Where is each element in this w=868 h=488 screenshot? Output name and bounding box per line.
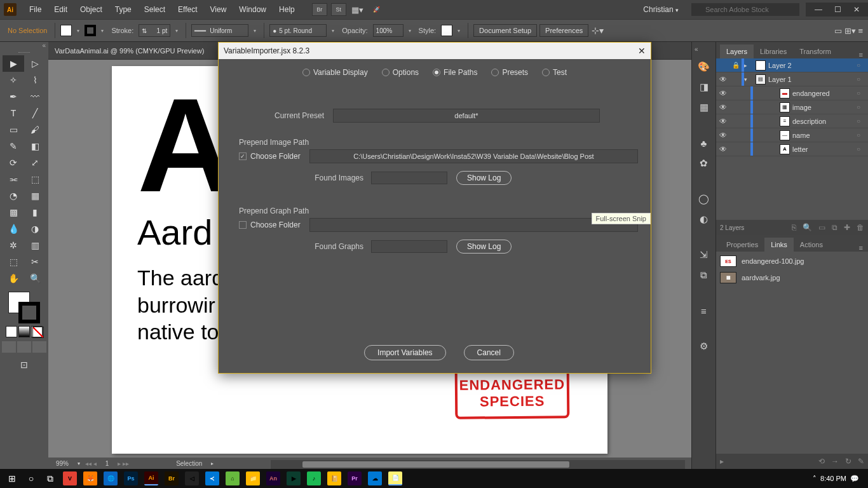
taskbar-unity[interactable]: ◁ bbox=[185, 471, 199, 485]
curvature-tool[interactable]: 〰 bbox=[24, 88, 46, 105]
pen-tool[interactable]: ✒ bbox=[3, 88, 24, 105]
stroke-swatch[interactable] bbox=[85, 25, 96, 36]
dialog-titlebar[interactable]: VariableImporter.jsx 8.2.3 ✕ bbox=[219, 43, 651, 59]
menu-object[interactable]: Object bbox=[74, 5, 109, 14]
tray-up-icon[interactable]: ˄ bbox=[813, 475, 817, 483]
collapse-icon[interactable]: ▾ bbox=[744, 76, 753, 83]
mesh-tool[interactable]: ▩ bbox=[3, 204, 24, 220]
draw-mode-icons[interactable] bbox=[1, 341, 47, 353]
shaper-tool[interactable]: ✎ bbox=[3, 138, 24, 154]
expand-icon[interactable]: ▸ bbox=[744, 62, 753, 69]
eraser-tool[interactable]: ◧ bbox=[24, 138, 46, 154]
layer-row[interactable]: 👁 ▾ ▤ Layer 1 ○ bbox=[716, 72, 868, 86]
user-menu[interactable]: Christian ▾ bbox=[637, 5, 685, 14]
direct-select-tool[interactable]: ▷ bbox=[24, 55, 46, 72]
artboard-nav[interactable]: 1 bbox=[102, 460, 113, 467]
preferences-button[interactable]: Preferences bbox=[539, 24, 588, 37]
taskbar-vscode[interactable]: ≺ bbox=[205, 471, 219, 485]
taskbar-app[interactable]: ☁ bbox=[368, 471, 382, 485]
choose-folder-checkbox-img[interactable] bbox=[239, 152, 247, 160]
width-tool[interactable]: ⫘ bbox=[3, 171, 24, 187]
bridge-icon[interactable]: Br bbox=[312, 3, 327, 16]
color-mode-icons[interactable] bbox=[5, 326, 43, 337]
line-tool[interactable]: ╱ bbox=[24, 105, 46, 121]
stroke-dd[interactable]: ▾ bbox=[98, 25, 106, 36]
radio-variable-display[interactable]: Variable Display bbox=[302, 68, 368, 77]
panel-toggle-icon[interactable]: ▭ ⊞▾ ≡ bbox=[834, 26, 863, 36]
color-panel-icon[interactable]: 🎨 bbox=[695, 58, 713, 76]
preset-field[interactable]: default* bbox=[333, 109, 600, 123]
asset-export-icon[interactable]: ⇲ bbox=[695, 246, 713, 264]
update-link-icon[interactable]: ↻ bbox=[845, 457, 851, 466]
radio-presets[interactable]: Presets bbox=[491, 68, 528, 77]
taskbar-spotify[interactable]: ♪ bbox=[307, 471, 321, 485]
tab-properties[interactable]: Properties bbox=[720, 238, 764, 252]
link-item[interactable]: ▩ aardvark.jpg bbox=[716, 269, 868, 286]
taskbar-notepad[interactable]: 📄 bbox=[388, 471, 402, 485]
task-view-icon[interactable]: ⧉ bbox=[41, 469, 60, 488]
window-restore-icon[interactable]: ☐ bbox=[829, 3, 846, 17]
css-panel-icon[interactable]: ⚙ bbox=[695, 337, 713, 355]
target-icon[interactable]: ○ bbox=[857, 90, 868, 97]
taskbar-premiere[interactable]: Pr bbox=[348, 471, 362, 485]
clock[interactable]: 8:40 PM bbox=[820, 475, 846, 482]
tab-links[interactable]: Links bbox=[764, 238, 794, 252]
edit-original-icon[interactable]: ✎ bbox=[858, 457, 864, 466]
brush-tool[interactable]: 🖌 bbox=[24, 121, 46, 138]
fill-dd[interactable]: ▾ bbox=[74, 25, 82, 36]
align-icon[interactable]: ⊹▾ bbox=[591, 25, 604, 36]
gpu-icon[interactable]: 🚀 bbox=[369, 3, 384, 16]
artboards-panel-icon[interactable]: ⧉ bbox=[695, 266, 713, 284]
image-path-field[interactable]: C:\Users\Christian\DesignWork\Insta52\W3… bbox=[309, 149, 638, 163]
taskbar-explorer[interactable]: 📁 bbox=[246, 471, 260, 485]
radio-options[interactable]: Options bbox=[382, 68, 419, 77]
type-tool[interactable]: T bbox=[3, 105, 24, 121]
show-log-button-graph[interactable]: Show Log bbox=[456, 240, 512, 254]
target-icon[interactable]: ○ bbox=[857, 132, 868, 139]
visibility-icon[interactable]: 👁 bbox=[716, 131, 730, 140]
visibility-icon[interactable]: 👁 bbox=[716, 89, 730, 98]
taskbar-animate[interactable]: An bbox=[266, 471, 280, 485]
taskbar-photoshop[interactable]: Ps bbox=[124, 471, 138, 485]
find-icon[interactable]: 🔍 bbox=[803, 223, 812, 232]
show-info-icon[interactable]: ▸ bbox=[720, 457, 724, 466]
document-setup-button[interactable]: Document Setup bbox=[473, 24, 537, 37]
collapse-dock-icon[interactable]: « bbox=[695, 46, 698, 53]
new-sublayer-icon[interactable]: ⧉ bbox=[832, 223, 837, 232]
taskbar-app[interactable]: 🌐 bbox=[104, 471, 118, 485]
menu-type[interactable]: Type bbox=[109, 5, 138, 14]
graphic-styles-icon[interactable]: ◐ bbox=[695, 210, 713, 228]
perspective-tool[interactable]: ▦ bbox=[24, 187, 46, 204]
opacity-value[interactable]: 100% bbox=[373, 24, 403, 37]
collapse-tools-icon[interactable]: « bbox=[42, 42, 46, 49]
menu-effect[interactable]: Effect bbox=[172, 5, 203, 14]
delete-layer-icon[interactable]: 🗑 bbox=[857, 223, 864, 232]
align-panel-icon[interactable]: ≡ bbox=[695, 302, 713, 320]
radio-file-paths[interactable]: File Paths bbox=[433, 68, 477, 77]
taskbar-app[interactable]: ⌂ bbox=[226, 471, 240, 485]
eyedropper-tool[interactable]: 💧 bbox=[3, 220, 24, 237]
visibility-icon[interactable]: 👁 bbox=[716, 103, 730, 112]
cancel-button[interactable]: Cancel bbox=[464, 345, 514, 360]
target-icon[interactable]: ○ bbox=[857, 104, 868, 111]
link-item[interactable]: ES endangered-100.jpg bbox=[716, 253, 868, 269]
show-log-button-img[interactable]: Show Log bbox=[456, 171, 512, 185]
style-swatch[interactable] bbox=[441, 25, 452, 36]
window-minimize-icon[interactable]: — bbox=[810, 3, 827, 17]
menu-help[interactable]: Help bbox=[273, 5, 301, 14]
cortana-icon[interactable]: ○ bbox=[22, 469, 41, 488]
tab-layers[interactable]: Layers bbox=[720, 44, 754, 58]
appearance-panel-icon[interactable]: ◯ bbox=[695, 190, 713, 208]
target-icon[interactable]: ○ bbox=[857, 118, 868, 125]
artboard-tool[interactable]: ⬚ bbox=[3, 254, 24, 270]
gradient-tool[interactable]: ▮ bbox=[24, 204, 46, 220]
rotate-tool[interactable]: ⟳ bbox=[3, 154, 24, 171]
notifications-icon[interactable]: 💬 bbox=[850, 475, 859, 483]
panel-menu-icon[interactable]: ≡ bbox=[854, 244, 868, 252]
layer-item[interactable]: 👁 ▬ endangered ○ bbox=[716, 86, 868, 100]
taskbar-illustrator[interactable]: Ai bbox=[144, 471, 158, 485]
layer-item[interactable]: 👁 A letter ○ bbox=[716, 142, 868, 156]
selection-tool[interactable]: ▶ bbox=[3, 55, 24, 72]
magic-wand-tool[interactable]: ✧ bbox=[3, 72, 24, 88]
layer-item[interactable]: 👁 ▦ image ○ bbox=[716, 100, 868, 114]
